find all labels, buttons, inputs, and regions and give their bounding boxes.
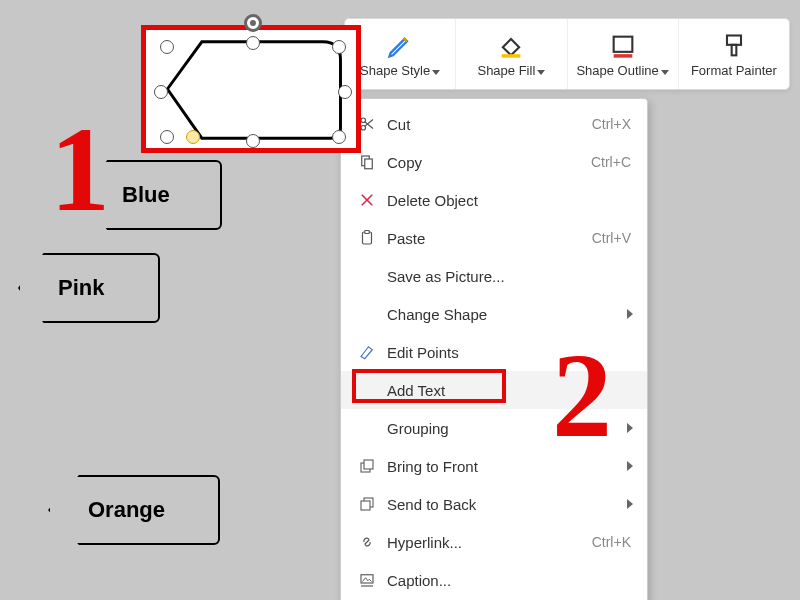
menu-copy-shortcut: Ctrl+C <box>591 154 631 170</box>
menu-hyperlink-label: Hyperlink... <box>381 534 592 551</box>
menu-caption[interactable]: Caption... <box>341 561 647 599</box>
menu-paste[interactable]: Paste Ctrl+V <box>341 219 647 257</box>
format-painter-label: Format Painter <box>691 63 777 78</box>
svg-rect-14 <box>365 159 373 169</box>
svg-rect-18 <box>364 460 373 469</box>
svg-rect-9 <box>727 35 741 44</box>
shape-style-button[interactable]: Shape Style <box>345 19 456 89</box>
shape-outline-button[interactable]: Shape Outline <box>568 19 679 89</box>
shape-style-label: Shape Style <box>360 63 430 78</box>
menu-delete-label: Delete Object <box>381 192 631 209</box>
svg-rect-10 <box>732 44 737 55</box>
annotation-box-1 <box>141 25 361 153</box>
menu-caption-label: Caption... <box>381 572 631 589</box>
menu-cut-label: Cut <box>381 116 592 133</box>
svg-rect-6 <box>502 54 521 58</box>
paste-icon <box>353 229 381 247</box>
resize-handle-e[interactable] <box>338 85 352 99</box>
link-icon <box>353 533 381 551</box>
resize-handle-w[interactable] <box>154 85 168 99</box>
svg-rect-8 <box>613 54 632 58</box>
format-painter-button[interactable]: Format Painter <box>679 19 789 89</box>
bucket-icon <box>497 33 525 59</box>
outline-icon <box>609 33 637 59</box>
chevron-down-icon <box>432 70 440 75</box>
menu-send-to-back[interactable]: Send to Back <box>341 485 647 523</box>
menu-send-back-label: Send to Back <box>381 496 631 513</box>
shape-pink-label: Pink <box>58 275 104 301</box>
shape-format-toolbar: Shape Style Shape Fill Shape Outline For… <box>344 18 790 90</box>
resize-handle-n[interactable] <box>246 36 260 50</box>
annotation-number-1: 1 <box>50 110 110 230</box>
menu-save-as-picture[interactable]: Save as Picture... <box>341 257 647 295</box>
resize-handle-nw[interactable] <box>160 40 174 54</box>
copy-icon <box>353 153 381 171</box>
menu-delete-object[interactable]: Delete Object <box>341 181 647 219</box>
menu-change-shape-label: Change Shape <box>381 306 631 323</box>
chevron-down-icon <box>537 70 545 75</box>
delete-icon <box>353 191 381 209</box>
shape-pink[interactable]: Pink <box>18 253 160 323</box>
menu-copy-label: Copy <box>381 154 591 171</box>
bring-front-icon <box>353 457 381 475</box>
resize-handle-s[interactable] <box>246 134 260 148</box>
brush-icon <box>720 33 748 59</box>
resize-handle-se[interactable] <box>332 130 346 144</box>
menu-save-picture-label: Save as Picture... <box>381 268 631 285</box>
rotation-handle[interactable] <box>244 14 262 32</box>
adjust-handle[interactable] <box>186 130 200 144</box>
send-back-icon <box>353 495 381 513</box>
menu-hyperlink-shortcut: Ctrl+K <box>592 534 631 550</box>
shape-fill-button[interactable]: Shape Fill <box>456 19 567 89</box>
menu-hyperlink[interactable]: Hyperlink... Ctrl+K <box>341 523 647 561</box>
menu-cut-shortcut: Ctrl+X <box>592 116 631 132</box>
svg-rect-20 <box>361 501 370 510</box>
shape-fill-label: Shape Fill <box>477 63 535 78</box>
menu-paste-shortcut: Ctrl+V <box>592 230 631 246</box>
annotation-number-2: 2 <box>552 336 612 456</box>
shape-orange[interactable]: Orange <box>48 475 220 545</box>
pencil-icon <box>386 33 414 59</box>
svg-rect-7 <box>613 36 632 51</box>
resize-handle-sw[interactable] <box>160 130 174 144</box>
menu-change-shape[interactable]: Change Shape <box>341 295 647 333</box>
chevron-down-icon <box>661 70 669 75</box>
caption-icon <box>353 571 381 589</box>
menu-cut[interactable]: Cut Ctrl+X <box>341 105 647 143</box>
shape-orange-label: Orange <box>88 497 165 523</box>
resize-handle-ne[interactable] <box>332 40 346 54</box>
shape-outline-label: Shape Outline <box>576 63 658 78</box>
menu-copy[interactable]: Copy Ctrl+C <box>341 143 647 181</box>
svg-rect-16 <box>365 231 370 234</box>
shape-blue-label: Blue <box>122 182 170 208</box>
menu-paste-label: Paste <box>381 230 592 247</box>
edit-points-icon <box>353 343 381 361</box>
